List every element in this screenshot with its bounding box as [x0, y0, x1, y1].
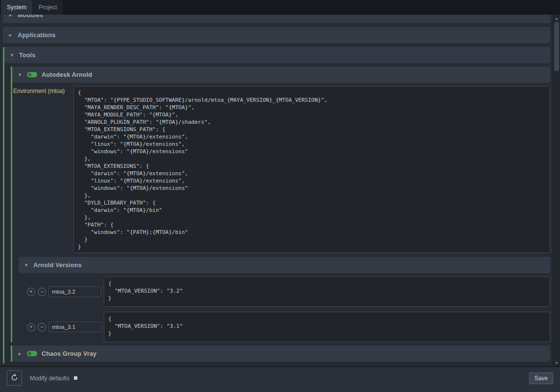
modify-defaults-checkbox[interactable] [74, 376, 77, 380]
group-header-autodesk-arnold[interactable]: ▾ Autodesk Arnold [12, 67, 550, 83]
section-title-applications: Applications [18, 32, 55, 39]
group-title-arnold-versions: Arnold Versions [33, 262, 82, 269]
version-key-input[interactable] [48, 286, 101, 297]
version-row: + − { "MTOA_VERSION": "3.1" } [19, 312, 550, 342]
group-header-arnold-versions[interactable]: ▾ Arnold Versions [19, 257, 550, 273]
settings-window: System Project ▸ Modules ▸ Applications [0, 0, 560, 392]
add-version-button[interactable]: + [27, 288, 35, 296]
add-version-button[interactable]: + [27, 323, 35, 331]
expand-arrow-icon: ▾ [23, 262, 29, 268]
tools-body: ▾ Autodesk Arnold Environment (mtoa) { "… [4, 67, 550, 364]
section-applications: ▸ Applications [3, 27, 550, 43]
scroll-down-icon[interactable]: ▼ [553, 359, 560, 366]
collapse-arrow-icon: ▸ [17, 350, 23, 357]
section-title-modules: Modules [18, 15, 43, 19]
refresh-button[interactable] [7, 370, 22, 386]
expand-arrow-icon: ▾ [17, 71, 23, 78]
environment-label: Environment (mtoa) [12, 86, 73, 253]
group-header-chaos-group-vray[interactable]: ▸ Chaos Group Vray [12, 346, 550, 362]
group-arnold-versions: ▾ Arnold Versions + − { "MTOA_VERSION": … [12, 257, 550, 342]
group-title-autodesk-arnold: Autodesk Arnold [42, 71, 92, 78]
expand-arrow-icon: ▾ [9, 52, 15, 58]
version-key-input[interactable] [48, 322, 101, 332]
section-header-applications[interactable]: ▸ Applications [3, 27, 550, 43]
version-row: + − { "MTOA_VERSION": "3.2" } [19, 277, 550, 307]
version-json-editor[interactable]: { "MTOA_VERSION": "3.2" } [104, 277, 550, 307]
modify-defaults-label: Modify defaults [30, 375, 70, 382]
scroll-up-icon[interactable]: ▲ [553, 15, 560, 22]
toggle-on-icon[interactable] [27, 351, 37, 356]
footer-bar: Modify defaults Save [0, 366, 560, 392]
settings-scroll-area: ▸ Modules ▸ Applications ▾ Tools [0, 15, 560, 366]
section-tools: ▾ Tools ▾ Autodesk Arnold Environment [3, 47, 550, 364]
tab-system[interactable]: System [1, 0, 32, 15]
tab-bar: System Project [0, 0, 560, 15]
settings-content: ▸ Modules ▸ Applications ▾ Tools [3, 15, 550, 366]
remove-version-button[interactable]: − [38, 288, 46, 296]
group-title-chaos-group-vray: Chaos Group Vray [42, 350, 96, 357]
environment-row: Environment (mtoa) { "MTOA": "{PYPE_STUD… [12, 86, 550, 253]
toggle-on-icon[interactable] [27, 72, 37, 77]
vertical-scrollbar[interactable]: ▲ ▼ [553, 15, 560, 366]
collapse-arrow-icon: ▸ [8, 15, 13, 18]
environment-json-editor[interactable]: { "MTOA": "{PYPE_STUDIO_SOFTWARE}/arnold… [73, 86, 550, 253]
section-modules: ▸ Modules [3, 15, 550, 23]
group-chaos-group-vray: ▸ Chaos Group Vray [11, 346, 550, 362]
collapse-arrow-icon: ▸ [8, 32, 13, 38]
group-autodesk-arnold: ▾ Autodesk Arnold Environment (mtoa) { "… [11, 67, 550, 342]
scrollbar-thumb[interactable] [554, 22, 559, 71]
section-header-tools[interactable]: ▾ Tools [4, 47, 550, 63]
tab-project[interactable]: Project [33, 0, 63, 15]
refresh-icon [10, 373, 19, 383]
remove-version-button[interactable]: − [38, 323, 46, 331]
section-header-modules[interactable]: ▸ Modules [3, 15, 550, 23]
section-title-tools: Tools [19, 52, 35, 59]
version-json-editor[interactable]: { "MTOA_VERSION": "3.1" } [104, 312, 550, 342]
save-button[interactable]: Save [529, 372, 553, 384]
